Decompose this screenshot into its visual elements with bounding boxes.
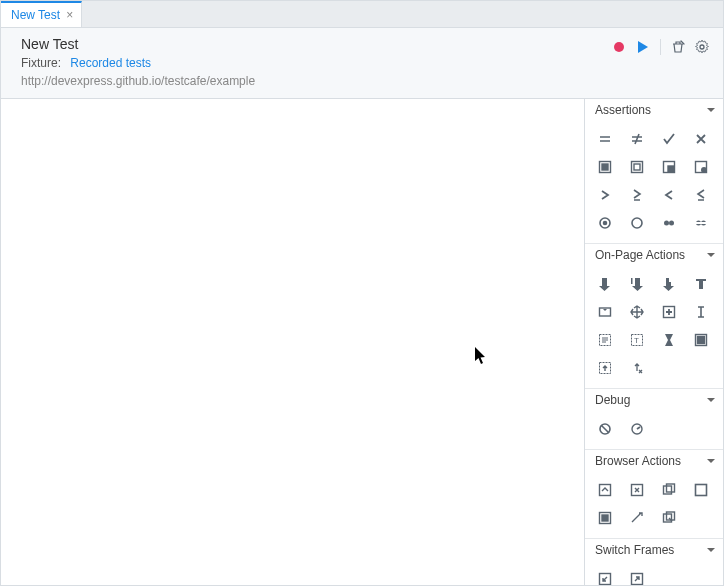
right-click-icon[interactable] — [655, 270, 683, 298]
svg-point-9 — [701, 167, 707, 173]
assert-type-of-icon[interactable] — [655, 153, 683, 181]
drag-icon[interactable] — [623, 298, 651, 326]
panel-title: On-Page Actions — [595, 248, 685, 262]
drag-to-element-icon[interactable] — [655, 298, 683, 326]
set-speed-icon[interactable] — [623, 415, 651, 443]
close-icon[interactable]: × — [66, 9, 73, 21]
svg-rect-7 — [668, 166, 674, 172]
assert-not-equals-icon[interactable] — [623, 125, 651, 153]
test-url: http://devexpress.github.io/testcafe/exa… — [21, 74, 711, 88]
svg-marker-1 — [638, 41, 648, 53]
record-button[interactable] — [608, 36, 630, 58]
assert-not-contains-icon[interactable] — [623, 153, 651, 181]
svg-rect-3 — [602, 164, 608, 170]
assert-not-match-icon[interactable] — [687, 209, 715, 237]
panel-onpage-actions: On-Page Actions T — [585, 244, 723, 389]
panel-debug: Debug — [585, 389, 723, 450]
assert-not-type-of-icon[interactable] — [687, 153, 715, 181]
assert-not-within-icon[interactable] — [623, 209, 651, 237]
svg-rect-30 — [600, 485, 611, 496]
maximize-icon[interactable] — [687, 476, 715, 504]
chevron-down-icon — [707, 253, 715, 257]
take-screenshot-icon[interactable] — [655, 504, 683, 532]
assert-within-icon[interactable] — [591, 209, 619, 237]
svg-rect-26 — [698, 337, 705, 344]
switch-window-icon[interactable] — [655, 476, 683, 504]
svg-rect-4 — [632, 162, 643, 173]
assert-match-icon[interactable] — [655, 209, 683, 237]
delete-button[interactable] — [667, 36, 689, 58]
test-header: New Test Fixture: Recorded tests http://… — [1, 28, 723, 99]
debug-icon[interactable] — [591, 415, 619, 443]
svg-point-14 — [669, 221, 674, 226]
panel-title: Switch Frames — [595, 543, 674, 557]
switch-to-iframe-icon[interactable] — [591, 565, 619, 586]
tab-new-test[interactable]: New Test × — [1, 1, 82, 27]
upload-icon[interactable] — [591, 354, 619, 382]
settings-button[interactable] — [691, 36, 713, 58]
fixture-row: Fixture: Recorded tests — [21, 56, 711, 70]
select-textarea-icon[interactable]: T — [623, 326, 651, 354]
assert-lt-icon[interactable] — [655, 181, 683, 209]
svg-rect-37 — [664, 514, 672, 522]
svg-point-13 — [664, 221, 669, 226]
cursor-icon — [475, 347, 487, 365]
close-window-icon[interactable] — [623, 476, 651, 504]
panel-header-debug[interactable]: Debug — [585, 389, 723, 411]
switch-to-main-icon[interactable] — [623, 565, 651, 586]
assert-ok-icon[interactable] — [655, 125, 683, 153]
fixture-label: Fixture: — [21, 56, 61, 70]
svg-rect-32 — [664, 486, 672, 494]
panel-title: Assertions — [595, 103, 651, 117]
set-dialog-icon[interactable] — [623, 504, 651, 532]
chevron-down-icon — [707, 459, 715, 463]
press-key-icon[interactable] — [591, 298, 619, 326]
select-editable-icon[interactable] — [591, 326, 619, 354]
assert-gte-icon[interactable] — [623, 181, 651, 209]
svg-rect-34 — [696, 485, 707, 496]
svg-text:T: T — [634, 336, 639, 345]
resize-icon[interactable] — [591, 504, 619, 532]
panel-header-onpage[interactable]: On-Page Actions — [585, 244, 723, 266]
svg-point-11 — [604, 222, 607, 225]
svg-rect-5 — [634, 164, 640, 170]
svg-rect-17 — [695, 222, 707, 224]
panel-assertions: Assertions — [585, 99, 723, 244]
panel-header-browser[interactable]: Browser Actions — [585, 450, 723, 472]
svg-point-0 — [614, 42, 624, 52]
select-text-icon[interactable] — [687, 298, 715, 326]
svg-rect-18 — [631, 278, 633, 284]
sidebar: Assertions — [585, 99, 723, 586]
assert-lte-icon[interactable] — [687, 181, 715, 209]
panel-browser-actions: Browser Actions — [585, 450, 723, 539]
panel-switch-frames: Switch Frames — [585, 539, 723, 586]
panel-header-assertions[interactable]: Assertions — [585, 99, 723, 121]
chevron-down-icon — [707, 398, 715, 402]
svg-rect-33 — [667, 484, 675, 492]
header-toolbar — [608, 36, 713, 58]
hover-icon[interactable] — [687, 326, 715, 354]
assert-contains-icon[interactable] — [591, 153, 619, 181]
toolbar-divider — [660, 39, 661, 55]
wait-icon[interactable] — [655, 326, 683, 354]
double-click-icon[interactable] — [623, 270, 651, 298]
tab-label: New Test — [11, 8, 60, 22]
clear-upload-icon[interactable] — [623, 354, 651, 382]
svg-rect-19 — [669, 278, 671, 282]
navigate-icon[interactable] — [591, 476, 619, 504]
assert-equals-icon[interactable] — [591, 125, 619, 153]
type-text-icon[interactable] — [687, 270, 715, 298]
assert-not-ok-icon[interactable] — [687, 125, 715, 153]
panel-title: Browser Actions — [595, 454, 681, 468]
panel-header-switch[interactable]: Switch Frames — [585, 539, 723, 561]
svg-rect-36 — [602, 515, 608, 521]
chevron-down-icon — [707, 548, 715, 552]
play-button[interactable] — [632, 36, 654, 58]
click-icon[interactable] — [591, 270, 619, 298]
svg-point-12 — [632, 218, 642, 228]
assert-gt-icon[interactable] — [591, 181, 619, 209]
test-canvas[interactable] — [1, 99, 585, 586]
tab-bar: New Test × — [1, 1, 723, 28]
fixture-link[interactable]: Recorded tests — [70, 56, 151, 70]
chevron-down-icon — [707, 108, 715, 112]
